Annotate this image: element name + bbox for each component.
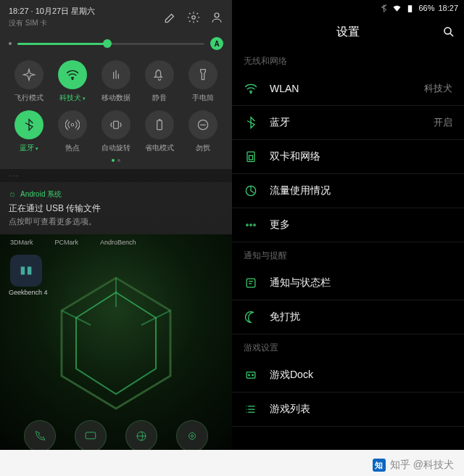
qs-tile-bluetooth[interactable]: 蓝牙▾	[9, 110, 49, 153]
sim-icon	[244, 149, 258, 164]
settings-row-more[interactable]: 更多	[232, 208, 464, 242]
wifi-status-icon	[392, 4, 402, 13]
data-usage-icon	[244, 184, 258, 198]
android-icon	[9, 191, 16, 198]
row-label: 通知与状态栏	[270, 276, 452, 290]
settings-row-wifi[interactable]: WLAN科技犬	[232, 72, 464, 106]
statusbar: 66% 18:27	[232, 0, 464, 16]
settings-header: 设置	[232, 16, 464, 48]
dock-camera[interactable]	[176, 420, 208, 450]
app-label[interactable]: PCMark	[55, 239, 79, 246]
qs-tiles-row1: 飞行模式科技犬▾移动数据静音手电筒	[9, 60, 223, 103]
tile-label: 自动旋转	[102, 143, 130, 153]
battery-status-icon	[405, 4, 415, 13]
svg-point-13	[191, 435, 194, 438]
quick-settings-panel: 18:27 · 10月27日 星期六 没有 SIM 卡 A 飞行模式科技犬▾移动…	[0, 0, 232, 169]
flashlight-icon	[196, 67, 210, 82]
attribution: 知 知乎 @科技犬	[373, 459, 454, 472]
tile-label: 飞行模式	[14, 93, 44, 103]
tile-label: 静音	[152, 93, 167, 103]
svg-rect-20	[249, 155, 253, 160]
phone-quicksettings: 18:27 · 10月27日 星期六 没有 SIM 卡 A 飞行模式科技犬▾移动…	[0, 0, 232, 450]
settings-row-bluetooth[interactable]: 蓝牙开启	[232, 106, 464, 140]
svg-point-17	[444, 28, 451, 34]
app-label[interactable]: AndroBench	[100, 239, 136, 246]
status-no-sim: 没有 SIM 卡	[9, 18, 95, 28]
svg-point-23	[250, 224, 252, 226]
auto-brightness-badge[interactable]: A	[210, 37, 223, 50]
row-label: 免打扰	[270, 311, 452, 324]
svg-point-18	[250, 92, 252, 94]
settings-row-list[interactable]: 游戏列表	[232, 393, 464, 427]
app-icon-geekbench[interactable]	[10, 255, 42, 287]
row-label: WLAN	[270, 83, 424, 94]
settings-row-dock[interactable]: 游戏Dock	[232, 358, 464, 393]
row-label: 游戏列表	[270, 403, 452, 416]
data-icon	[109, 67, 123, 82]
dock	[0, 420, 232, 450]
attribution-text: 知乎 @科技犬	[390, 459, 454, 472]
svg-point-27	[249, 374, 250, 376]
row-label: 更多	[270, 218, 452, 231]
svg-rect-26	[246, 372, 255, 378]
notification-source: Android 系统	[20, 189, 62, 200]
qs-tile-hotspot[interactable]: 热点	[52, 110, 93, 153]
settings-row-sim[interactable]: 双卡和网络	[232, 140, 464, 174]
edit-icon[interactable]	[164, 11, 177, 24]
svg-point-12	[189, 433, 196, 440]
brightness-slider[interactable]: A	[9, 37, 223, 50]
background-strip: · · ·	[0, 169, 232, 182]
gear-icon[interactable]	[187, 11, 200, 24]
qs-tiles-row2: 蓝牙▾热点自动旋转省电模式勿扰	[9, 110, 223, 153]
dock-phone[interactable]	[24, 420, 56, 450]
page-indicator	[9, 159, 223, 162]
qs-tile-airplane[interactable]: 飞行模式	[9, 60, 49, 103]
svg-rect-16	[408, 5, 412, 12]
svg-rect-5	[157, 120, 162, 130]
qs-tile-data[interactable]: 移动数据	[96, 60, 136, 103]
row-label: 流量使用情况	[270, 184, 452, 197]
battery-save-icon	[152, 118, 167, 132]
svg-rect-9	[28, 267, 32, 275]
hotspot-icon	[65, 118, 80, 132]
settings-row-moon[interactable]: 免打扰	[232, 300, 464, 335]
camera-icon	[186, 430, 199, 443]
qs-tile-bell-off[interactable]: 静音	[139, 60, 180, 103]
settings-row-data-usage[interactable]: 流量使用情况	[232, 174, 464, 208]
wifi-icon	[244, 81, 258, 96]
phone-settings: 66% 18:27 设置 无线和网络WLAN科技犬蓝牙开启双卡和网络流量使用情况…	[232, 0, 464, 450]
row-label: 双卡和网络	[270, 150, 452, 163]
status-time: 18:27	[438, 4, 458, 12]
qs-header: 18:27 · 10月27日 星期六 没有 SIM 卡	[9, 6, 223, 28]
svg-rect-10	[86, 432, 96, 439]
tile-label: 手电筒	[192, 93, 214, 103]
tile-label: 科技犬▾	[59, 93, 86, 103]
dock-icon	[244, 368, 258, 382]
tile-label: 勿扰	[196, 143, 210, 153]
svg-point-3	[71, 123, 73, 126]
tile-label: 省电模式	[145, 143, 174, 153]
dock-browser[interactable]	[125, 420, 157, 450]
user-icon[interactable]	[210, 11, 223, 24]
message-icon	[84, 430, 97, 443]
settings-row-notif[interactable]: 通知与状态栏	[232, 266, 464, 300]
qs-tile-wifi[interactable]: 科技犬▾	[52, 60, 93, 103]
search-icon[interactable]	[442, 25, 455, 38]
notification-card[interactable]: Android 系统 正在通过 USB 传输文件 点按即可查看更多选项。	[0, 182, 232, 234]
qs-tile-dnd[interactable]: 勿扰	[183, 110, 223, 153]
svg-point-24	[254, 224, 256, 226]
homescreen: 3DMarkPCMarkAndroBench Geekbench 4	[0, 234, 232, 450]
app-label[interactable]: 3DMark	[10, 239, 33, 246]
row-label: 游戏Dock	[270, 369, 452, 382]
svg-point-28	[252, 374, 254, 376]
battery-percent: 66%	[418, 4, 434, 12]
wallpaper-hex	[51, 271, 181, 416]
airplane-icon	[22, 67, 36, 82]
moon-icon	[244, 310, 258, 324]
qs-tile-flashlight[interactable]: 手电筒	[183, 60, 223, 103]
row-label: 蓝牙	[270, 116, 434, 129]
qs-tile-rotate[interactable]: 自动旋转	[96, 110, 136, 153]
svg-rect-7	[11, 193, 14, 196]
qs-tile-battery-save[interactable]: 省电模式	[139, 110, 180, 153]
dock-messages[interactable]	[75, 420, 107, 450]
